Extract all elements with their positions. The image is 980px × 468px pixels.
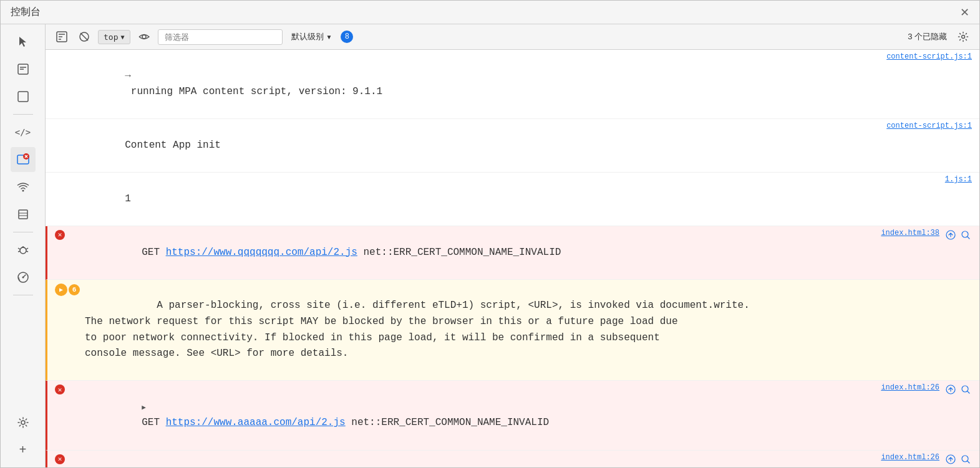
warning-count-badge: 6 — [69, 284, 80, 295]
level-selector[interactable]: 默认级别 ▼ — [288, 29, 336, 44]
row-source[interactable]: content-script.js:1 — [886, 52, 972, 61]
row-content: ▶ GET https://www.bbbbb.com/api/2.js net… — [70, 453, 871, 467]
devtools-window: 控制台 ✕ — [0, 0, 980, 468]
error-icon-container: ✕ — [55, 384, 65, 394]
row-source[interactable]: index.html:26 — [881, 453, 939, 462]
error-icon-container: ✕ — [55, 230, 65, 240]
svg-point-27 — [142, 35, 146, 39]
upload-icon — [946, 384, 956, 394]
sidebar-divider-3 — [13, 295, 33, 295]
upload-action-btn[interactable] — [944, 453, 957, 466]
sidebar-item-network[interactable] — [11, 174, 36, 199]
row-arrow: → — [125, 70, 131, 82]
sources-icon — [17, 90, 29, 103]
sidebar-item-bug[interactable] — [11, 237, 36, 262]
search-action-btn[interactable] — [959, 383, 972, 396]
row-source[interactable]: 1.js:1 — [945, 175, 972, 184]
error-icon-container: ✕ — [55, 454, 65, 464]
upload-action-btn[interactable] — [944, 229, 957, 241]
svg-line-14 — [18, 251, 20, 252]
cursor-icon — [17, 36, 29, 48]
clear-icon — [56, 31, 67, 42]
svg-line-26 — [80, 33, 88, 41]
svg-point-33 — [962, 386, 968, 392]
sidebar-bottom: + — [11, 410, 36, 462]
console-row: Content App init content-script.js:1 — [46, 119, 979, 173]
console-output: → running MPA content script, version: 9… — [46, 50, 979, 467]
sidebar-item-settings[interactable] — [11, 410, 36, 435]
console-error-icon — [17, 153, 29, 166]
sidebar-item-performance[interactable] — [11, 265, 36, 290]
hidden-count-label: 3 个已隐藏 — [908, 31, 947, 42]
message-count-container: 8 — [341, 31, 353, 43]
console-row: 1 1.js:1 — [46, 173, 979, 226]
chevron-down-icon: ▼ — [120, 34, 124, 41]
expand-arrow[interactable]: ▶ — [142, 404, 146, 411]
message-count-badge: 8 — [341, 31, 353, 43]
svg-line-34 — [968, 391, 969, 393]
search-icon — [961, 230, 971, 240]
sidebar-item-storage[interactable] — [11, 202, 36, 227]
row-content: GET https://www.qqqqqqq.com/api/2.js net… — [70, 229, 871, 277]
sidebar-item-console-error[interactable] — [11, 147, 36, 172]
settings-button[interactable] — [954, 28, 972, 45]
svg-point-12 — [20, 247, 26, 254]
console-panel: top ▼ 默认级别 ▼ — [46, 24, 979, 467]
close-button[interactable]: ✕ — [960, 7, 969, 18]
gear-icon — [17, 416, 29, 429]
row-actions — [944, 383, 972, 396]
svg-point-19 — [22, 277, 24, 279]
search-action-btn[interactable] — [959, 229, 972, 241]
sidebar-item-sources[interactable] — [11, 84, 36, 109]
svg-point-20 — [21, 421, 25, 424]
sidebar-divider-1 — [13, 114, 33, 115]
settings-icon — [958, 31, 969, 42]
row-source[interactable]: index.html:38 — [881, 229, 939, 237]
row-actions — [944, 453, 972, 466]
console-row-warning: ▶ 6 A parser-blocking, cross site (i.e. … — [46, 280, 979, 381]
error-url-link[interactable]: https://www.aaaaa.com/api/2.js — [166, 417, 346, 428]
network-icon — [17, 181, 29, 193]
upload-icon — [946, 454, 956, 464]
row-content: → running MPA content script, version: 9… — [53, 52, 876, 116]
console-alt-icon — [17, 63, 29, 75]
context-selector[interactable]: top ▼ — [98, 30, 130, 44]
upload-action-btn[interactable] — [944, 383, 957, 396]
level-label: 默认级别 — [291, 31, 324, 42]
clear-button[interactable] — [53, 28, 70, 45]
sidebar-item-code[interactable]: </> — [11, 120, 36, 145]
main-layout: </> — [1, 24, 979, 467]
upload-icon — [946, 230, 956, 240]
row-source[interactable]: index.html:26 — [881, 383, 939, 392]
block-button[interactable] — [75, 28, 93, 45]
sidebar-divider-2 — [13, 232, 33, 232]
sidebar-item-cursor[interactable] — [11, 29, 36, 54]
svg-line-15 — [26, 248, 28, 249]
row-source[interactable]: content-script.js:1 — [886, 122, 972, 130]
error-icon: ✕ — [55, 384, 65, 394]
performance-icon — [17, 271, 29, 284]
console-row-error: ✕ ▶ GET https://www.bbbbb.com/api/2.js n… — [46, 451, 979, 467]
error-icon: ✕ — [55, 230, 65, 240]
title-bar: 控制台 ✕ — [1, 1, 979, 24]
svg-rect-9 — [19, 210, 27, 219]
sidebar-item-add[interactable]: + — [11, 437, 36, 462]
svg-line-37 — [968, 461, 969, 463]
svg-rect-3 — [18, 92, 28, 102]
row-actions — [944, 229, 972, 241]
warning-icon-container: ▶ 6 — [55, 284, 80, 296]
filter-input[interactable] — [158, 29, 283, 45]
warning-play-icon: ▶ — [55, 284, 67, 296]
eye-icon — [138, 31, 150, 42]
row-content: ▶ GET https://www.aaaaa.com/api/2.js net… — [70, 383, 871, 447]
eye-button[interactable] — [135, 28, 153, 45]
svg-line-31 — [968, 237, 969, 239]
console-row-error: ✕ GET https://www.qqqqqqq.com/api/2.js n… — [46, 226, 979, 280]
sidebar-item-console-alt[interactable] — [11, 57, 36, 82]
error-url-link[interactable]: https://www.qqqqqqq.com/api/2.js — [166, 247, 357, 258]
search-action-btn[interactable] — [959, 453, 972, 466]
svg-line-13 — [18, 248, 20, 249]
console-toolbar: top ▼ 默认级别 ▼ — [46, 24, 979, 50]
console-row: → running MPA content script, version: 9… — [46, 50, 979, 119]
warning-badge: ▶ 6 — [55, 284, 80, 296]
